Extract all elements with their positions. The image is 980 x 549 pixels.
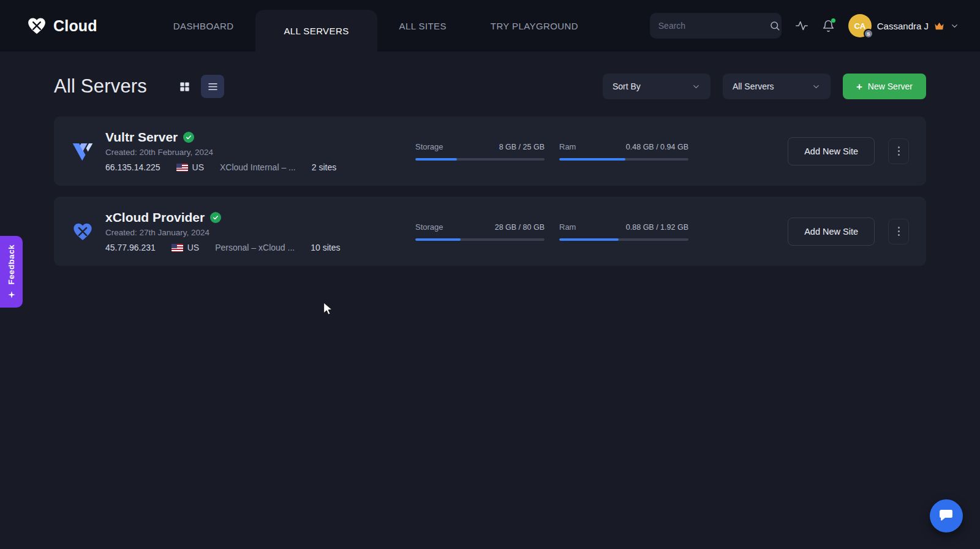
verified-check-icon	[210, 212, 221, 223]
ram-value: 0.88 GB / 1.92 GB	[626, 223, 688, 232]
chevron-down-icon	[692, 82, 701, 91]
server-info: xCloud Provider Created: 27th January, 2…	[71, 210, 415, 252]
header-controls: Sort By All Servers + New Server	[603, 74, 926, 99]
server-meta-row: 66.135.14.225 US XCloud Internal – ... 2…	[105, 162, 336, 172]
server-ip: 45.77.96.231	[105, 243, 156, 252]
feedback-tab[interactable]: Feedback	[0, 236, 23, 308]
page-header: All Servers Sort By All Servers +	[54, 74, 926, 99]
server-meta-row: 45.77.96.231 US Personal – xCloud ... 10…	[105, 243, 340, 252]
server-created-date: Created: 27th January, 2024	[105, 228, 340, 237]
storage-meter: Storage 28 GB / 80 GB	[415, 222, 545, 241]
chat-widget-button[interactable]	[930, 499, 963, 532]
server-card-xcloud: xCloud Provider Created: 27th January, 2…	[54, 197, 926, 266]
page-title: All Servers	[54, 75, 147, 97]
server-info: Vultr Server Created: 20th February, 202…	[71, 130, 415, 172]
list-view-button[interactable]	[201, 75, 224, 98]
ram-progress-fill	[559, 238, 619, 241]
storage-label: Storage	[415, 222, 443, 232]
ram-label: Ram	[559, 222, 576, 232]
verified-check-icon	[183, 132, 194, 143]
search-icon[interactable]	[769, 20, 780, 31]
storage-value: 28 GB / 80 GB	[495, 223, 545, 232]
server-actions: Add New Site	[788, 218, 909, 246]
notification-dot	[831, 18, 835, 23]
server-plan: XCloud Internal – ...	[220, 162, 296, 172]
storage-progress-track	[415, 158, 545, 161]
grid-icon	[179, 81, 190, 93]
ram-meter: Ram 0.48 GB / 0.94 GB	[559, 142, 688, 161]
activity-icon[interactable]	[795, 19, 809, 32]
storage-progress-fill	[415, 158, 457, 161]
ram-value: 0.48 GB / 0.94 GB	[626, 143, 688, 151]
plus-icon: +	[856, 81, 862, 92]
grid-view-button[interactable]	[173, 75, 196, 98]
main-nav: DASHBOARD ALL SERVERS ALL SITES TRY PLAY…	[151, 0, 600, 51]
list-icon	[207, 81, 219, 93]
avatar: CA S	[848, 14, 872, 37]
storage-progress-track	[415, 238, 545, 241]
new-server-label: New Server	[868, 81, 913, 91]
chevron-down-icon	[950, 21, 959, 31]
view-toggle	[173, 75, 224, 98]
server-filter-select[interactable]: All Servers	[723, 74, 831, 99]
xcloud-logo[interactable]: Cloud	[26, 0, 97, 51]
user-menu[interactable]: CA S Cassandra J	[848, 14, 959, 37]
chat-bubble-icon	[938, 508, 954, 524]
country-code: US	[192, 162, 204, 172]
country-code: US	[187, 243, 199, 252]
nav-try-playground[interactable]: TRY PLAYGROUND	[469, 0, 600, 51]
xcloud-heart-icon	[26, 16, 48, 36]
add-new-site-button[interactable]: Add New Site	[788, 218, 875, 246]
feedback-label: Feedback	[7, 244, 16, 284]
ram-label: Ram	[559, 142, 576, 151]
server-name[interactable]: Vultr Server	[105, 130, 178, 145]
top-navbar: Cloud DASHBOARD ALL SERVERS ALL SITES TR…	[0, 0, 980, 51]
search-box[interactable]	[650, 13, 782, 39]
storage-meter: Storage 8 GB / 25 GB	[415, 142, 545, 161]
nav-all-servers[interactable]: ALL SERVERS	[255, 10, 377, 51]
server-sites-count[interactable]: 10 sites	[311, 243, 340, 252]
nav-all-sites[interactable]: ALL SITES	[377, 0, 469, 51]
new-server-button[interactable]: + New Server	[843, 74, 926, 99]
ram-meter: Ram 0.88 GB / 1.92 GB	[559, 222, 688, 241]
crown-icon	[934, 21, 944, 31]
server-options-kebab[interactable]	[888, 138, 909, 164]
ram-progress-fill	[559, 158, 625, 161]
server-options-kebab[interactable]	[888, 219, 909, 244]
server-text: xCloud Provider Created: 27th January, 2…	[105, 210, 340, 252]
user-name: Cassandra J	[877, 21, 929, 31]
server-plan: Personal – xCloud ...	[215, 243, 295, 252]
storage-label: Storage	[415, 142, 443, 151]
search-input[interactable]	[658, 21, 769, 31]
navbar-right: CA S Cassandra J	[650, 0, 980, 51]
ram-progress-track	[559, 158, 688, 161]
storage-progress-fill	[415, 238, 461, 241]
us-flag-icon	[172, 244, 183, 252]
server-region: US	[176, 162, 204, 172]
nav-dashboard[interactable]: DASHBOARD	[151, 0, 256, 51]
sparkle-icon	[7, 290, 16, 299]
server-actions: Add New Site	[788, 137, 909, 165]
server-meters: Storage 28 GB / 80 GB Ram 0.88 GB / 1.92…	[415, 222, 688, 241]
server-sites-count[interactable]: 2 sites	[312, 162, 336, 172]
server-name[interactable]: xCloud Provider	[105, 210, 205, 225]
ram-progress-track	[559, 238, 688, 241]
vultr-logo-icon	[71, 141, 94, 162]
sort-by-select[interactable]: Sort By	[603, 74, 710, 99]
server-region: US	[172, 243, 199, 252]
server-list: Vultr Server Created: 20th February, 202…	[54, 116, 926, 266]
xcloud-provider-logo-icon	[71, 221, 94, 242]
server-ip: 66.135.14.225	[105, 162, 160, 172]
server-meters: Storage 8 GB / 25 GB Ram 0.48 GB / 0.94 …	[415, 142, 688, 161]
server-text: Vultr Server Created: 20th February, 202…	[105, 130, 336, 172]
mouse-cursor	[321, 301, 334, 319]
add-new-site-button[interactable]: Add New Site	[788, 137, 875, 165]
server-card-vultr: Vultr Server Created: 20th February, 202…	[54, 116, 926, 186]
sort-by-label: Sort By	[612, 81, 641, 91]
notifications-bell-icon[interactable]	[822, 20, 835, 32]
brand-name: Cloud	[53, 17, 97, 35]
chevron-down-icon	[812, 82, 821, 91]
server-created-date: Created: 20th February, 2024	[105, 148, 336, 157]
server-filter-label: All Servers	[733, 81, 774, 91]
avatar-initials: CA	[854, 21, 865, 31]
